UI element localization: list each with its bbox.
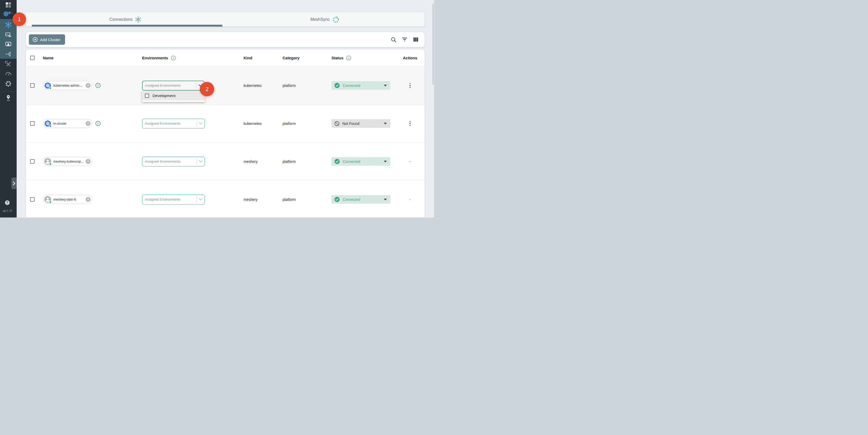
connection-chip[interactable]: in-cluster ✕ bbox=[43, 119, 92, 128]
environments-select[interactable] bbox=[142, 81, 205, 91]
kubernetes-logo-icon bbox=[44, 120, 51, 127]
tab-connections[interactable]: Connections bbox=[26, 12, 225, 27]
row-checkbox[interactable] bbox=[30, 83, 35, 88]
connections-tab-icon bbox=[135, 16, 142, 23]
status-label: Connected bbox=[343, 197, 360, 201]
annotation-badge-1: 1 bbox=[12, 12, 26, 26]
category-cell: platform bbox=[283, 197, 296, 201]
status-label: Connected bbox=[343, 84, 360, 88]
row-actions-menu-icon[interactable] bbox=[408, 82, 412, 89]
kanvas-pin-icon[interactable] bbox=[0, 94, 17, 102]
app-version: v0.7.77 bbox=[3, 210, 12, 213]
environments-select[interactable] bbox=[142, 195, 205, 205]
service-mesh-tree-icon[interactable] bbox=[0, 51, 17, 58]
filter-icon[interactable] bbox=[401, 36, 408, 43]
environments-select[interactable] bbox=[142, 119, 205, 128]
environments-dropdown-menu: Development bbox=[142, 91, 205, 102]
remove-connection-icon[interactable]: ✕ bbox=[86, 197, 91, 202]
header-category: Category bbox=[283, 56, 300, 60]
status-label: Not Found bbox=[342, 122, 359, 126]
meshery-avatar-icon bbox=[44, 158, 51, 165]
environments-select[interactable] bbox=[142, 157, 205, 166]
main-content: Connections MeshSync bbox=[17, 0, 434, 218]
help-button[interactable]: ? bbox=[5, 200, 10, 205]
table-row: in-cluster ✕ kubernetes platform bbox=[26, 104, 425, 143]
configuration-tools-icon[interactable] bbox=[0, 61, 17, 68]
category-cell: platform bbox=[283, 122, 296, 126]
environments-input[interactable] bbox=[143, 84, 196, 87]
header-environments: Environments bbox=[142, 56, 168, 60]
table-toolbar: Add Cluster bbox=[26, 32, 425, 47]
table-row: meshery-kubescop… ✕ meshery platform bbox=[26, 143, 425, 181]
actions-empty: - bbox=[409, 159, 411, 164]
scrollbar-thumb[interactable] bbox=[432, 4, 434, 85]
meshsync-tab-icon bbox=[332, 16, 340, 23]
tab-meshsync[interactable]: MeshSync bbox=[225, 12, 425, 27]
connection-info-icon[interactable] bbox=[95, 83, 101, 88]
select-all-checkbox[interactable] bbox=[30, 56, 35, 60]
header-name: Name bbox=[43, 56, 54, 60]
annotation-badge-2: 2 bbox=[200, 82, 214, 96]
option-checkbox[interactable] bbox=[145, 94, 149, 98]
chevron-down-icon[interactable] bbox=[197, 122, 205, 125]
tab-meshsync-label: MeshSync bbox=[310, 17, 330, 22]
extensions-donut-icon[interactable] bbox=[0, 80, 17, 87]
row-checkbox[interactable] bbox=[30, 121, 35, 126]
connection-name: meshery-dain-6 bbox=[53, 198, 86, 201]
dropdown-option-development[interactable]: Development bbox=[142, 91, 205, 100]
view-columns-icon[interactable] bbox=[413, 36, 419, 43]
connection-status-dot bbox=[49, 163, 52, 165]
dashboard-icon[interactable] bbox=[0, 1, 17, 8]
status-badge[interactable]: Connected bbox=[332, 81, 390, 90]
header-actions: Actions bbox=[403, 56, 417, 60]
header-status: Status bbox=[332, 56, 343, 60]
performance-gauge-icon[interactable] bbox=[0, 70, 17, 77]
check-circle-icon bbox=[334, 197, 340, 202]
status-badge[interactable]: Connected bbox=[332, 195, 390, 204]
meshery-avatar-icon bbox=[44, 196, 51, 203]
active-tab-indicator bbox=[32, 25, 222, 27]
check-circle-icon bbox=[334, 159, 340, 164]
category-cell: platform bbox=[283, 84, 296, 88]
kubernetes-logo-icon bbox=[44, 82, 51, 89]
adapters-icon[interactable]: <> bbox=[0, 31, 17, 38]
status-label: Connected bbox=[343, 159, 360, 164]
table-row: meshery-dain-6 ✕ meshery platform bbox=[26, 181, 425, 218]
remove-connection-icon[interactable]: ✕ bbox=[86, 83, 91, 88]
caret-down-icon bbox=[384, 85, 387, 87]
connection-name: in-cluster bbox=[53, 122, 86, 125]
connection-status-dot bbox=[49, 87, 52, 90]
chevron-down-icon[interactable] bbox=[197, 198, 205, 200]
connection-status-dot bbox=[49, 200, 52, 204]
environments-info-icon[interactable] bbox=[171, 55, 176, 61]
status-badge[interactable]: Not Found bbox=[332, 119, 390, 128]
row-checkbox[interactable] bbox=[30, 197, 35, 201]
check-circle-icon bbox=[334, 83, 340, 88]
environments-input[interactable] bbox=[142, 122, 196, 125]
status-badge[interactable]: Connected bbox=[332, 157, 390, 166]
connection-chip[interactable]: kubernetes-admin… ✕ bbox=[43, 81, 92, 90]
chevron-down-icon[interactable] bbox=[197, 160, 205, 163]
connection-info-icon[interactable] bbox=[95, 121, 101, 126]
row-checkbox[interactable] bbox=[30, 159, 35, 164]
remove-connection-icon[interactable]: ✕ bbox=[86, 159, 91, 164]
caret-down-icon bbox=[384, 123, 387, 125]
meshery-app: <> bbox=[0, 0, 434, 218]
connection-status-dot bbox=[49, 125, 52, 127]
connection-name: kubernetes-admin… bbox=[53, 84, 86, 87]
table-row: kubernetes-admin… ✕ bbox=[26, 67, 425, 104]
connection-chip[interactable]: meshery-kubescop… ✕ bbox=[43, 157, 92, 166]
connection-chip[interactable]: meshery-dain-6 ✕ bbox=[43, 195, 92, 204]
remote-session-icon[interactable] bbox=[0, 40, 17, 48]
environments-input[interactable] bbox=[142, 159, 196, 163]
kind-cell: kubernetes bbox=[244, 122, 261, 126]
row-actions-menu-icon[interactable] bbox=[408, 120, 412, 127]
remove-connection-icon[interactable]: ✕ bbox=[86, 121, 91, 126]
header-kind: Kind bbox=[244, 56, 252, 60]
environments-input[interactable] bbox=[142, 197, 196, 201]
search-icon[interactable] bbox=[390, 36, 397, 43]
add-cluster-button[interactable]: Add Cluster bbox=[29, 34, 65, 45]
status-info-icon[interactable] bbox=[346, 55, 351, 61]
sidebar-expand-button[interactable] bbox=[11, 178, 17, 189]
actions-empty: - bbox=[409, 197, 411, 201]
